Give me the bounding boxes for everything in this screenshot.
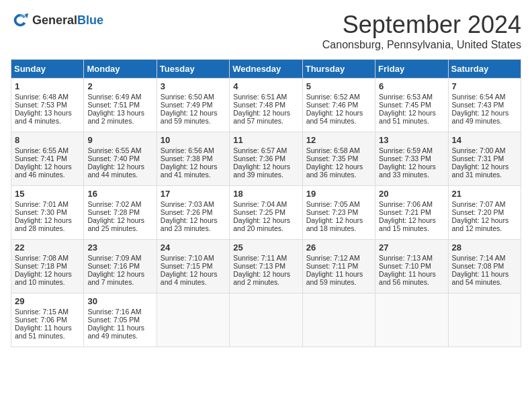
sunrise-label: Sunrise: 7:14 AM [452,254,506,262]
sunset-label: Sunset: 7:23 PM [306,208,359,216]
sunrise-label: Sunrise: 7:13 AM [379,254,433,262]
sunset-label: Sunset: 7:16 PM [87,262,140,270]
day-number: 2 [87,81,152,91]
logo-blue: Blue [77,13,103,27]
calendar-cell [375,293,448,347]
calendar-body: 1 Sunrise: 6:48 AM Sunset: 7:53 PM Dayli… [11,79,521,347]
month-title: September 2024 [322,11,521,39]
col-wednesday: Wednesday [230,60,302,79]
day-number: 29 [15,296,80,306]
daylight-label: Daylight: 12 hours and 7 minutes. [87,270,144,286]
daylight-label: Daylight: 12 hours and 59 minutes. [161,109,218,125]
day-number: 24 [161,242,226,253]
sunset-label: Sunset: 7:10 PM [379,262,431,270]
sunset-label: Sunset: 7:48 PM [233,101,285,109]
daylight-label: Daylight: 12 hours and 2 minutes. [233,270,290,286]
sunrise-label: Sunrise: 6:55 AM [87,146,141,154]
day-number: 3 [161,81,226,91]
sunset-label: Sunset: 7:43 PM [452,101,504,109]
sunset-label: Sunset: 7:30 PM [15,208,67,216]
day-number: 17 [161,189,226,199]
daylight-label: Daylight: 11 hours and 51 minutes. [15,324,72,340]
daylight-label: Daylight: 12 hours and 25 minutes. [87,216,144,232]
day-number: 10 [161,135,226,145]
logo-text: GeneralBlue [32,13,103,28]
daylight-label: Daylight: 12 hours and 54 minutes. [306,109,363,125]
calendar-header: Sunday Monday Tuesday Wednesday Thursday… [11,60,521,79]
calendar-cell: 24 Sunrise: 7:10 AM Sunset: 7:15 PM Dayl… [157,240,229,293]
sunrise-label: Sunrise: 6:56 AM [161,146,214,154]
sunset-label: Sunset: 7:53 PM [15,101,67,109]
sunset-label: Sunset: 7:21 PM [379,208,431,216]
daylight-label: Daylight: 12 hours and 18 minutes. [306,216,363,232]
calendar-cell: 11 Sunrise: 6:57 AM Sunset: 7:36 PM Dayl… [230,132,302,186]
sunrise-label: Sunrise: 6:59 AM [379,146,433,154]
calendar-cell: 26 Sunrise: 7:12 AM Sunset: 7:11 PM Dayl… [302,240,375,293]
sunrise-label: Sunrise: 6:55 AM [15,146,69,154]
calendar-week-1: 1 Sunrise: 6:48 AM Sunset: 7:53 PM Dayli… [11,79,521,132]
logo-general: General [32,13,77,27]
calendar-cell: 27 Sunrise: 7:13 AM Sunset: 7:10 PM Dayl… [375,240,448,293]
calendar-cell: 15 Sunrise: 7:01 AM Sunset: 7:30 PM Dayl… [11,186,84,240]
col-thursday: Thursday [302,60,375,79]
daylight-label: Daylight: 12 hours and 20 minutes. [233,216,290,232]
daylight-label: Daylight: 11 hours and 59 minutes. [306,270,363,286]
sunset-label: Sunset: 7:08 PM [452,262,504,270]
sunrise-label: Sunrise: 7:12 AM [306,254,360,262]
calendar-cell: 23 Sunrise: 7:09 AM Sunset: 7:16 PM Dayl… [84,240,157,293]
calendar-week-2: 8 Sunrise: 6:55 AM Sunset: 7:41 PM Dayli… [11,132,521,186]
day-number: 7 [452,81,517,91]
calendar-cell: 8 Sunrise: 6:55 AM Sunset: 7:41 PM Dayli… [11,132,84,186]
calendar-cell: 17 Sunrise: 7:03 AM Sunset: 7:26 PM Dayl… [157,186,229,240]
calendar-cell: 13 Sunrise: 6:59 AM Sunset: 7:33 PM Dayl… [375,132,448,186]
sunrise-label: Sunrise: 6:50 AM [161,93,214,101]
sunrise-label: Sunrise: 6:58 AM [306,146,360,154]
col-saturday: Saturday [448,60,521,79]
day-number: 30 [87,296,152,306]
daylight-label: Daylight: 12 hours and 44 minutes. [87,163,144,179]
day-number: 8 [15,135,80,145]
day-number: 21 [452,189,517,199]
sunset-label: Sunset: 7:45 PM [379,101,431,109]
calendar-cell: 4 Sunrise: 6:51 AM Sunset: 7:48 PM Dayli… [230,79,302,132]
page-header: GeneralBlue September 2024 Canonsburg, P… [11,11,521,51]
day-number: 13 [379,135,444,145]
day-number: 14 [452,135,517,145]
day-number: 19 [306,189,371,199]
sunrise-label: Sunrise: 6:49 AM [87,93,141,101]
calendar-cell: 1 Sunrise: 6:48 AM Sunset: 7:53 PM Dayli… [11,79,84,132]
daylight-label: Daylight: 13 hours and 4 minutes. [15,109,72,125]
calendar-cell: 22 Sunrise: 7:08 AM Sunset: 7:18 PM Dayl… [11,240,84,293]
sunrise-label: Sunrise: 6:53 AM [379,93,433,101]
day-number: 25 [233,242,298,253]
calendar-cell: 29 Sunrise: 7:15 AM Sunset: 7:06 PM Dayl… [11,293,84,347]
calendar-week-5: 29 Sunrise: 7:15 AM Sunset: 7:06 PM Dayl… [11,293,521,347]
sunrise-label: Sunrise: 7:09 AM [87,254,141,262]
daylight-label: Daylight: 12 hours and 41 minutes. [161,163,218,179]
daylight-label: Daylight: 12 hours and 36 minutes. [306,163,363,179]
daylight-label: Daylight: 12 hours and 46 minutes. [15,163,72,179]
daylight-label: Daylight: 12 hours and 57 minutes. [233,109,290,125]
calendar-cell: 10 Sunrise: 6:56 AM Sunset: 7:38 PM Dayl… [157,132,229,186]
header-row: Sunday Monday Tuesday Wednesday Thursday… [11,60,521,79]
sunset-label: Sunset: 7:31 PM [452,154,504,163]
sunset-label: Sunset: 7:51 PM [87,101,140,109]
sunrise-label: Sunrise: 7:08 AM [15,254,69,262]
day-number: 26 [306,242,371,253]
calendar-cell: 19 Sunrise: 7:05 AM Sunset: 7:23 PM Dayl… [302,186,375,240]
sunset-label: Sunset: 7:18 PM [15,262,67,270]
logo-icon [11,11,30,30]
location-title: Canonsburg, Pennsylvania, United States [322,39,521,51]
calendar-cell: 18 Sunrise: 7:04 AM Sunset: 7:25 PM Dayl… [230,186,302,240]
sunset-label: Sunset: 7:35 PM [306,154,359,163]
sunset-label: Sunset: 7:05 PM [87,316,140,324]
day-number: 12 [306,135,371,145]
day-number: 4 [233,81,298,91]
calendar-cell: 28 Sunrise: 7:14 AM Sunset: 7:08 PM Dayl… [448,240,521,293]
sunrise-label: Sunrise: 7:16 AM [87,308,141,316]
sunrise-label: Sunrise: 7:07 AM [452,200,506,208]
calendar-cell: 9 Sunrise: 6:55 AM Sunset: 7:40 PM Dayli… [84,132,157,186]
col-monday: Monday [84,60,157,79]
calendar-cell: 16 Sunrise: 7:02 AM Sunset: 7:28 PM Dayl… [84,186,157,240]
sunset-label: Sunset: 7:38 PM [161,154,213,163]
